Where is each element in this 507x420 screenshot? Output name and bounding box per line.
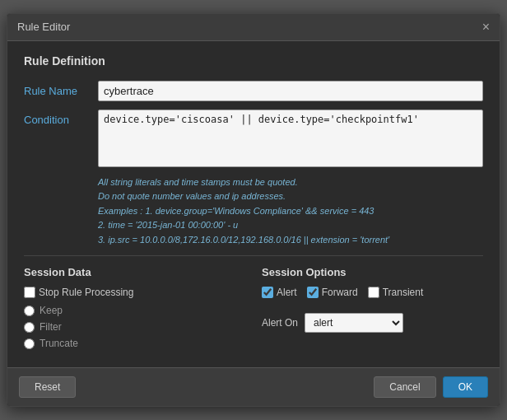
alert-option-row: Alert	[262, 287, 297, 298]
footer-right-buttons: Cancel OK	[374, 376, 488, 398]
truncate-row: Truncate	[24, 338, 245, 349]
stop-rule-row: Stop Rule Processing	[24, 287, 245, 298]
forward-checkbox-label[interactable]: Forward	[322, 287, 358, 298]
options-checkboxes-row: Alert Forward Transient	[262, 287, 483, 305]
stop-rule-checkbox[interactable]	[24, 287, 35, 298]
condition-label: Condition	[24, 110, 98, 126]
transient-checkbox-label[interactable]: Transient	[383, 287, 424, 298]
stop-rule-label[interactable]: Stop Rule Processing	[39, 287, 133, 298]
dialog-footer: Reset Cancel OK	[7, 367, 500, 406]
hint-line-5: 3. ip.src = 10.0.0.0/8,172.16.0.0/12,192…	[98, 233, 483, 248]
alert-on-label: Alert On	[262, 317, 298, 329]
bottom-sections: Session Data Stop Rule Processing Keep F…	[24, 266, 483, 354]
filter-radio[interactable]	[24, 322, 35, 333]
close-button[interactable]: ×	[482, 21, 490, 34]
transient-checkbox[interactable]	[368, 287, 379, 298]
hint-line-2: Do not quote number values and ip addres…	[98, 189, 483, 204]
rule-name-row: Rule Name	[24, 81, 483, 101]
alert-checkbox[interactable]	[262, 287, 273, 298]
filter-row: Filter	[24, 321, 245, 333]
alert-on-row: Alert On alert forward transient	[262, 313, 483, 333]
alert-on-select[interactable]: alert forward transient	[305, 313, 403, 333]
dialog-titlebar: Rule Editor ×	[7, 14, 500, 41]
rule-editor-dialog: Rule Editor × Rule Definition Rule Name …	[7, 13, 500, 408]
truncate-radio[interactable]	[24, 338, 35, 349]
forward-checkbox[interactable]	[307, 287, 319, 298]
condition-hints: All string literals and time stamps must…	[98, 175, 483, 248]
keep-radio[interactable]	[24, 306, 35, 316]
ok-button[interactable]: OK	[443, 376, 488, 398]
alert-checkbox-label[interactable]: Alert	[277, 287, 297, 298]
session-options-section: Session Options Alert Forward Transient	[262, 266, 483, 354]
keep-label[interactable]: Keep	[40, 305, 63, 316]
condition-row: Condition device.type='ciscoasa' || devi…	[24, 110, 483, 167]
rule-name-input[interactable]	[98, 81, 483, 101]
hint-line-1: All string literals and time stamps must…	[98, 175, 483, 190]
keep-row: Keep	[24, 305, 245, 316]
session-data-title: Session Data	[24, 266, 245, 278]
condition-textarea[interactable]: device.type='ciscoasa' || device.type='c…	[98, 110, 483, 167]
hint-line-4: 2. time = '2015-jan-01 00:00:00' - u	[98, 218, 483, 233]
cancel-button[interactable]: Cancel	[374, 376, 435, 398]
dialog-body: Rule Definition Rule Name Condition devi…	[7, 41, 500, 368]
hint-line-3: Examples : 1. device.group='Windows Comp…	[98, 204, 483, 219]
transient-option-row: Transient	[368, 287, 424, 298]
reset-button[interactable]: Reset	[19, 376, 76, 398]
rule-definition-section: Rule Definition Rule Name Condition devi…	[24, 54, 483, 248]
session-options-title: Session Options	[262, 266, 483, 278]
rule-name-label: Rule Name	[24, 81, 98, 97]
filter-label[interactable]: Filter	[40, 321, 62, 333]
dialog-title: Rule Editor	[17, 21, 70, 33]
truncate-label[interactable]: Truncate	[40, 338, 78, 349]
section-divider	[24, 255, 483, 256]
forward-option-row: Forward	[307, 287, 358, 298]
rule-definition-title: Rule Definition	[24, 54, 483, 71]
session-data-section: Session Data Stop Rule Processing Keep F…	[24, 266, 245, 354]
